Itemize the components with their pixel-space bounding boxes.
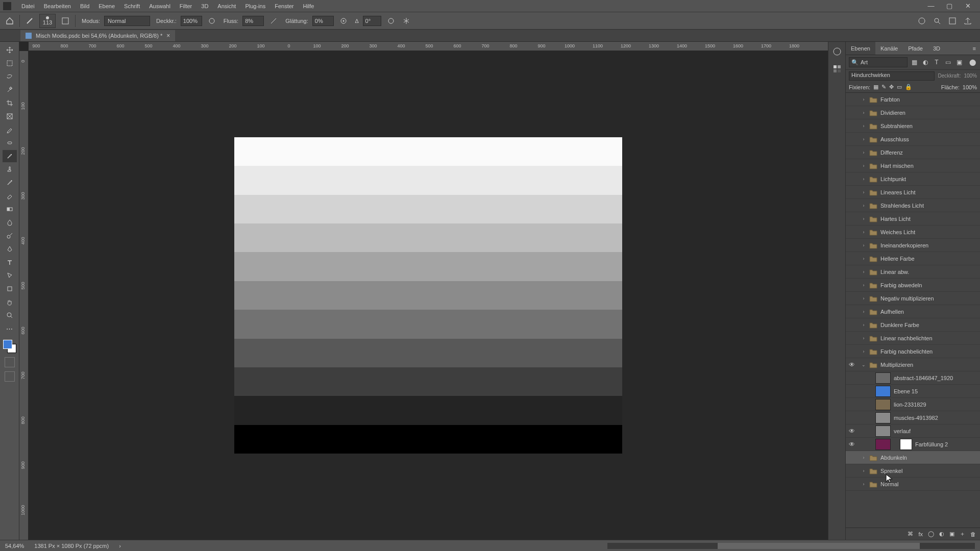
layer-fx-icon[interactable]: fx	[918, 531, 923, 537]
expand-icon[interactable]: ›	[861, 190, 866, 195]
layer-thumbnail[interactable]	[875, 439, 891, 450]
expand-icon[interactable]: ›	[861, 216, 866, 221]
horizontal-scrollbar[interactable]	[607, 543, 975, 549]
menu-item[interactable]: Filter	[176, 1, 196, 11]
visibility-toggle[interactable]: 👁	[846, 428, 858, 435]
layer-fill-value[interactable]: 100%	[963, 84, 977, 90]
link-layers-icon[interactable]: ⌘	[908, 531, 913, 537]
crop-tool[interactable]	[3, 97, 17, 109]
expand-icon[interactable]: ›	[861, 110, 866, 115]
layer-name[interactable]: Farbton	[880, 96, 900, 103]
expand-icon[interactable]: ›	[861, 230, 866, 235]
smoothing-options-icon[interactable]	[338, 15, 349, 27]
layer-name[interactable]: verlauf	[894, 428, 911, 434]
close-tab-icon[interactable]: ×	[166, 32, 170, 39]
menu-item[interactable]: Bearbeiten	[40, 1, 75, 11]
layer-name[interactable]: Negativ multiplizieren	[880, 295, 934, 302]
eyedropper-tool[interactable]	[3, 123, 17, 136]
menu-item[interactable]: Schrift	[120, 1, 144, 11]
menu-item[interactable]: Bild	[76, 1, 93, 11]
zoom-tool[interactable]	[3, 309, 17, 321]
zoom-value[interactable]: 54,64%	[5, 543, 24, 549]
filter-smart-icon[interactable]: ▣	[954, 58, 964, 67]
visibility-toggle[interactable]: 👁	[846, 361, 858, 368]
layer-name[interactable]: Strahlendes Licht	[880, 203, 924, 209]
filter-adjust-icon[interactable]: ◐	[921, 58, 930, 67]
screenmode-toggle[interactable]	[5, 371, 15, 382]
expand-icon[interactable]: ›	[861, 177, 866, 182]
cloud-docs-icon[interactable]	[918, 17, 926, 25]
delete-layer-icon[interactable]: 🗑	[970, 531, 976, 537]
eraser-tool[interactable]	[3, 190, 17, 202]
dodge-tool[interactable]	[3, 230, 17, 242]
expand-icon[interactable]: ›	[861, 283, 866, 288]
tab-channels[interactable]: Kanäle	[875, 42, 903, 55]
frame-tool[interactable]	[3, 110, 17, 122]
add-mask-icon[interactable]: ◯	[928, 531, 934, 537]
swatches-panel-icon[interactable]	[832, 64, 842, 73]
visibility-toggle[interactable]: 👁	[846, 441, 858, 448]
layer-thumbnail[interactable]	[875, 386, 891, 397]
blend-mode-select[interactable]: Normal	[104, 16, 150, 26]
expand-icon[interactable]: ›	[861, 203, 866, 208]
menu-item[interactable]: Auswahl	[145, 1, 175, 11]
marquee-tool[interactable]	[3, 57, 17, 69]
menu-item[interactable]: 3D	[197, 1, 212, 11]
layer-name[interactable]: Differenz	[880, 149, 903, 156]
new-layer-icon[interactable]: ＋	[960, 530, 965, 538]
workspace-icon[interactable]	[948, 17, 957, 25]
flow-input[interactable]: 8%	[242, 16, 264, 26]
airbrush-icon[interactable]	[268, 15, 279, 27]
tab-paths[interactable]: Pfade	[903, 42, 928, 55]
quickmask-toggle[interactable]	[5, 357, 15, 367]
tool-preset-icon[interactable]	[24, 15, 35, 27]
maximize-button[interactable]: ▢	[940, 0, 959, 12]
pressure-opacity-icon[interactable]	[206, 15, 217, 27]
move-tool[interactable]	[3, 44, 17, 56]
color-panel-icon[interactable]	[832, 47, 842, 56]
lasso-tool[interactable]	[3, 70, 17, 83]
expand-icon[interactable]: ›	[861, 336, 866, 341]
expand-icon[interactable]: ›	[861, 137, 866, 142]
layer-name[interactable]: Abdunkeln	[880, 455, 907, 461]
expand-icon[interactable]: ›	[861, 468, 866, 473]
filter-toggle[interactable]: ⬤	[968, 58, 977, 67]
more-tools[interactable]: ⋯	[3, 322, 17, 335]
close-button[interactable]: ✕	[959, 0, 977, 12]
layer-name[interactable]: Ebene 15	[894, 388, 918, 394]
smoothing-input[interactable]: 0%	[312, 16, 334, 26]
expand-icon[interactable]: ›	[861, 150, 866, 155]
layer-name[interactable]: lion-2331829	[894, 402, 926, 408]
new-group-icon[interactable]: ▣	[949, 531, 954, 537]
layer-name[interactable]: Hellere Farbe	[880, 256, 915, 262]
layer-filter-select[interactable]: 🔍 Art	[849, 57, 908, 67]
layer-name[interactable]: Dunklere Farbe	[880, 322, 919, 328]
filter-pixel-icon[interactable]: ▦	[910, 58, 919, 67]
minimize-button[interactable]: —	[922, 0, 940, 12]
lock-paint-icon[interactable]: ✎	[881, 84, 886, 90]
wand-tool[interactable]	[3, 84, 17, 96]
layer-thumbnail[interactable]	[875, 372, 891, 384]
new-adjustment-icon[interactable]: ◐	[939, 531, 944, 537]
hand-tool[interactable]	[3, 296, 17, 308]
filter-type-icon[interactable]: T	[932, 58, 941, 67]
lock-position-icon[interactable]: ✥	[889, 84, 894, 90]
expand-icon[interactable]: ›	[861, 309, 866, 314]
home-icon[interactable]	[4, 15, 15, 27]
panel-menu-icon[interactable]: ≡	[969, 42, 980, 55]
lock-pixels-icon[interactable]: ▦	[873, 84, 878, 90]
doc-info-chevron-icon[interactable]: ›	[119, 543, 121, 549]
stamp-tool[interactable]	[3, 163, 17, 176]
layer-name[interactable]: abstract-1846847_1920	[894, 375, 953, 381]
menu-item[interactable]: Ebene	[94, 1, 119, 11]
share-icon[interactable]	[964, 17, 972, 25]
layer-name[interactable]: Hartes Licht	[880, 216, 911, 222]
expand-icon[interactable]: ›	[861, 269, 866, 274]
layer-name[interactable]: muscles-4913982	[894, 415, 938, 421]
search-icon[interactable]	[933, 17, 941, 25]
layer-name[interactable]: Sprenkel	[880, 468, 902, 474]
layer-name[interactable]: Ineinanderkopieren	[880, 242, 928, 248]
expand-icon[interactable]: ›	[861, 455, 866, 460]
layer-name[interactable]: Dividieren	[880, 110, 905, 116]
symmetry-icon[interactable]	[401, 15, 412, 27]
